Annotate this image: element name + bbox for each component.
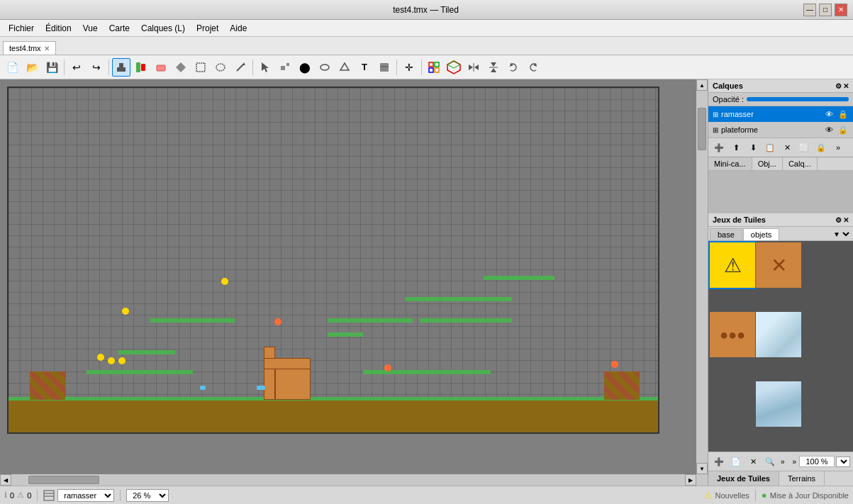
scroll-down-arrow[interactable]: ▼ — [696, 463, 708, 474]
move-layer-down-button[interactable]: ⬇ — [745, 140, 761, 155]
save-button[interactable]: 💾 — [43, 58, 61, 77]
main-area: ▲ ▼ ◀ ▶ Calques ⚙ ✕ Opacité : — [0, 79, 853, 486]
more-layers-button[interactable]: » — [830, 140, 846, 155]
update-label[interactable]: Mise à Jour Disponible — [770, 491, 849, 500]
insert-text-button[interactable]: T — [355, 58, 374, 77]
zoom-dropdown[interactable]: ▼ — [836, 457, 850, 467]
tile-circles[interactable]: ●●● — [710, 312, 755, 357]
hscroll-thumb[interactable] — [28, 476, 99, 484]
nouvelles-label[interactable]: Nouvelles — [715, 491, 749, 500]
magic-button[interactable] — [231, 58, 250, 77]
tile-grid[interactable]: ⚠ ✕ ●●● — [708, 241, 853, 452]
tile-x[interactable]: ✕ — [756, 242, 801, 288]
toggle-visibility-button[interactable]: ⬜ — [796, 140, 812, 155]
mirror-h-button[interactable] — [464, 58, 483, 77]
undo-button[interactable]: ↩ — [67, 58, 86, 77]
redo-button[interactable]: ↪ — [87, 58, 106, 77]
window-controls[interactable]: — □ ✕ — [803, 4, 847, 16]
layer-lock-ramasser[interactable]: 🔒 — [837, 108, 849, 120]
rect-select-button[interactable] — [191, 58, 210, 77]
tilemap[interactable] — [7, 86, 659, 434]
insert-poly-button[interactable] — [335, 58, 354, 77]
scroll-left-arrow[interactable]: ◀ — [0, 474, 11, 486]
insert-template-button[interactable] — [375, 58, 394, 77]
close-button[interactable]: ✕ — [835, 4, 847, 16]
menu-edition[interactable]: Édition — [40, 22, 77, 35]
status-layer[interactable]: ramasser — [43, 489, 114, 502]
eraser-button[interactable] — [152, 58, 170, 77]
tab-test4[interactable]: test4.tmx ✕ — [3, 41, 56, 55]
horizontal-scrollbar[interactable]: ◀ ▶ — [0, 474, 696, 486]
menu-vue[interactable]: Vue — [77, 22, 104, 35]
tab-minimap[interactable]: Mini-ca... — [708, 157, 752, 170]
paint-button[interactable] — [132, 58, 150, 77]
maximize-button[interactable]: □ — [819, 4, 832, 16]
tile-ice-top[interactable] — [756, 312, 801, 357]
rotate-ccw-button[interactable] — [524, 58, 542, 77]
duplicate-layer-button[interactable]: 📋 — [762, 140, 778, 155]
tab-jeux-tuiles[interactable]: Jeux de Tuiles — [708, 471, 779, 486]
snap-button[interactable] — [425, 58, 443, 77]
layers-settings-icon[interactable]: ⚙ — [835, 82, 842, 90]
stamp-button[interactable] — [112, 58, 130, 77]
layer-lock-plateforme[interactable]: 🔒 — [837, 124, 849, 135]
tilesets-settings-icon[interactable]: ⚙ — [835, 216, 842, 224]
tab-bar: test4.tmx ✕ — [0, 37, 853, 55]
menu-aide[interactable]: Aide — [224, 22, 252, 35]
insert-point-button[interactable]: ⬤ — [296, 58, 314, 77]
layers-close-icon[interactable]: ✕ — [843, 82, 849, 90]
minimize-button[interactable]: — — [803, 4, 816, 16]
svg-marker-24 — [474, 65, 479, 70]
move-layer-up-button[interactable]: ⬆ — [728, 140, 744, 155]
layer-row-plateforme[interactable]: ⊞ plateforme 👁 🔒 — [708, 122, 853, 138]
mirror-v-button[interactable] — [484, 58, 503, 77]
new-tileset-button[interactable]: 📄 — [728, 454, 744, 469]
tile-warning[interactable]: ⚠ — [710, 242, 755, 288]
menu-projet[interactable]: Projet — [191, 22, 224, 35]
panel-tabs: Mini-ca... Obj... Calq... — [708, 157, 853, 171]
insert-tile-button[interactable] — [276, 58, 294, 77]
ellipse-button[interactable] — [211, 58, 230, 77]
layer-visibility-plateforme[interactable]: 👁 — [823, 124, 835, 135]
insert-ellipse-button[interactable] — [316, 58, 334, 77]
delete-tileset-button[interactable]: ✕ — [745, 454, 761, 469]
new-button[interactable]: 📄 — [3, 58, 21, 77]
tileset-tab-objets[interactable]: objets — [743, 228, 779, 240]
status-zoom[interactable]: 26 % — [126, 489, 169, 502]
svg-point-13 — [320, 65, 329, 70]
zoom-selector[interactable]: 26 % — [126, 489, 169, 502]
menu-calques[interactable]: Calques (L) — [135, 22, 191, 35]
tab-objects[interactable]: Obj... — [752, 157, 783, 170]
layer-row-ramasser[interactable]: ⊞ ramasser 👁 🔒 — [708, 106, 853, 122]
svg-marker-14 — [340, 63, 349, 70]
tileset-tab-base[interactable]: base — [710, 228, 742, 240]
toggle-lock-button[interactable]: 🔒 — [813, 140, 829, 155]
tileset-search-button[interactable]: 🔍 — [762, 454, 778, 469]
pointer-button[interactable] — [256, 58, 274, 77]
vscroll-thumb[interactable] — [698, 108, 706, 150]
layer-visibility-ramasser[interactable]: 👁 — [823, 108, 835, 120]
add-layer-button[interactable]: ➕ — [711, 140, 727, 155]
add-tileset-button[interactable]: ➕ — [711, 454, 727, 469]
layer-selector[interactable]: ramasser — [57, 489, 114, 502]
tab-calques[interactable]: Calq... — [783, 157, 818, 170]
svg-rect-11 — [281, 66, 285, 70]
delete-layer-button[interactable]: ✕ — [779, 140, 795, 155]
menu-fichier[interactable]: Fichier — [3, 22, 40, 35]
vertical-scrollbar[interactable]: ▲ ▼ — [696, 79, 708, 474]
tileset-dropdown[interactable]: ▼ — [830, 228, 852, 240]
tab-close-icon[interactable]: ✕ — [44, 45, 50, 52]
view3d-button[interactable] — [445, 58, 463, 77]
fill-button[interactable] — [172, 58, 190, 77]
canvas-area[interactable]: ▲ ▼ ◀ ▶ — [0, 79, 708, 486]
tab-terrains[interactable]: Terrains — [779, 471, 825, 486]
tilesets-close-icon[interactable]: ✕ — [843, 216, 849, 224]
move-button[interactable]: ✛ — [400, 58, 418, 77]
scroll-up-arrow[interactable]: ▲ — [696, 79, 708, 91]
tile-ice-bottom[interactable] — [756, 381, 801, 427]
opacity-slider[interactable] — [747, 97, 849, 101]
rotate-cw-button[interactable] — [504, 58, 523, 77]
menu-carte[interactable]: Carte — [104, 22, 135, 35]
scroll-right-arrow[interactable]: ▶ — [685, 474, 696, 486]
open-button[interactable]: 📂 — [23, 58, 41, 77]
